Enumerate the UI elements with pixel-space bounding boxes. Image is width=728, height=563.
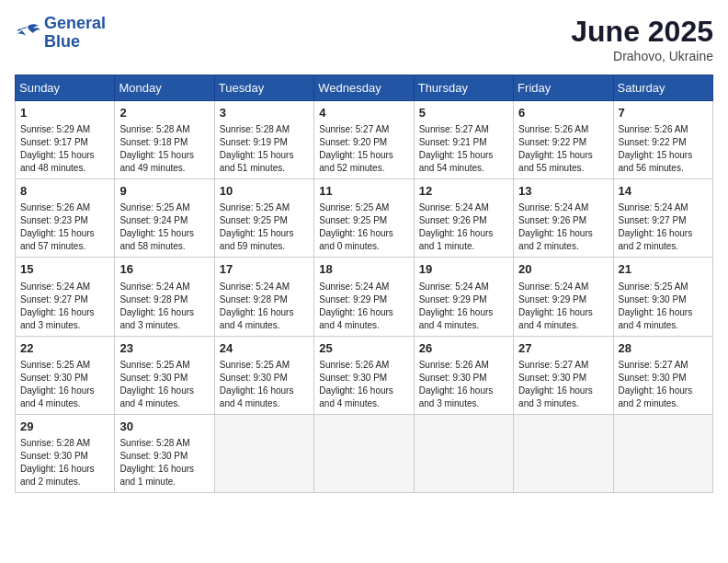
calendar-week-row: 22Sunrise: 5:25 AM Sunset: 9:30 PM Dayli… — [16, 336, 713, 414]
calendar-day-cell — [514, 414, 613, 492]
calendar-day-cell: 13Sunrise: 5:24 AM Sunset: 9:26 PM Dayli… — [514, 179, 613, 258]
day-number: 16 — [119, 261, 209, 278]
day-info: Sunrise: 5:29 AM Sunset: 9:17 PM Dayligh… — [20, 123, 109, 175]
day-number: 28 — [619, 340, 708, 357]
day-number: 2 — [119, 105, 209, 121]
day-info: Sunrise: 5:24 AM Sunset: 9:29 PM Dayligh… — [518, 281, 608, 332]
day-info: Sunrise: 5:25 AM Sunset: 9:30 PM Dayligh… — [119, 359, 209, 410]
calendar-day-cell: 4Sunrise: 5:27 AM Sunset: 9:20 PM Daylig… — [314, 101, 414, 179]
calendar-day-cell: 8Sunrise: 5:26 AM Sunset: 9:23 PM Daylig… — [16, 179, 115, 258]
day-info: Sunrise: 5:28 AM Sunset: 9:30 PM Dayligh… — [20, 437, 109, 488]
day-info: Sunrise: 5:25 AM Sunset: 9:30 PM Dayligh… — [220, 359, 309, 410]
day-number: 4 — [319, 105, 408, 121]
weekday-header: Wednesday — [314, 75, 414, 101]
calendar-day-cell — [414, 414, 513, 492]
day-number: 23 — [119, 340, 209, 357]
day-number: 12 — [419, 183, 508, 200]
logo: General Blue — [15, 15, 106, 52]
day-info: Sunrise: 5:25 AM Sunset: 9:25 PM Dayligh… — [319, 201, 408, 253]
day-info: Sunrise: 5:26 AM Sunset: 9:22 PM Dayligh… — [619, 123, 708, 175]
day-info: Sunrise: 5:27 AM Sunset: 9:20 PM Dayligh… — [319, 123, 408, 175]
day-info: Sunrise: 5:24 AM Sunset: 9:29 PM Dayligh… — [319, 281, 408, 332]
weekday-header: Tuesday — [214, 75, 313, 101]
day-info: Sunrise: 5:25 AM Sunset: 9:24 PM Dayligh… — [119, 201, 209, 253]
day-number: 24 — [220, 340, 309, 357]
calendar-day-cell: 9Sunrise: 5:25 AM Sunset: 9:24 PM Daylig… — [115, 179, 214, 258]
calendar-day-cell: 18Sunrise: 5:24 AM Sunset: 9:29 PM Dayli… — [314, 258, 414, 336]
calendar-day-cell: 7Sunrise: 5:26 AM Sunset: 9:22 PM Daylig… — [613, 101, 712, 179]
calendar-day-cell: 29Sunrise: 5:28 AM Sunset: 9:30 PM Dayli… — [16, 414, 115, 492]
day-info: Sunrise: 5:26 AM Sunset: 9:23 PM Dayligh… — [20, 201, 109, 253]
calendar-day-cell: 26Sunrise: 5:26 AM Sunset: 9:30 PM Dayli… — [414, 336, 513, 414]
day-info: Sunrise: 5:27 AM Sunset: 9:21 PM Dayligh… — [419, 123, 508, 175]
day-number: 21 — [619, 261, 708, 278]
calendar-day-cell: 3Sunrise: 5:28 AM Sunset: 9:19 PM Daylig… — [214, 101, 313, 179]
day-number: 7 — [619, 105, 708, 121]
calendar-week-row: 1Sunrise: 5:29 AM Sunset: 9:17 PM Daylig… — [16, 101, 713, 179]
calendar-day-cell — [214, 414, 313, 492]
location: Drahovo, Ukraine — [571, 49, 713, 63]
day-info: Sunrise: 5:24 AM Sunset: 9:28 PM Dayligh… — [220, 281, 309, 332]
day-number: 25 — [319, 340, 408, 357]
calendar-day-cell: 15Sunrise: 5:24 AM Sunset: 9:27 PM Dayli… — [16, 258, 115, 336]
calendar-day-cell: 6Sunrise: 5:26 AM Sunset: 9:22 PM Daylig… — [514, 101, 613, 179]
page-header: General Blue June 2025 Drahovo, Ukraine — [15, 15, 713, 63]
logo-text: General Blue — [44, 15, 106, 52]
day-number: 5 — [419, 105, 508, 121]
calendar-day-cell: 1Sunrise: 5:29 AM Sunset: 9:17 PM Daylig… — [16, 101, 115, 179]
calendar-day-cell: 12Sunrise: 5:24 AM Sunset: 9:26 PM Dayli… — [414, 179, 513, 258]
day-number: 11 — [319, 183, 408, 200]
day-number: 19 — [419, 261, 508, 278]
day-number: 30 — [119, 419, 209, 435]
day-info: Sunrise: 5:24 AM Sunset: 9:27 PM Dayligh… — [20, 281, 109, 332]
day-info: Sunrise: 5:25 AM Sunset: 9:30 PM Dayligh… — [20, 359, 109, 410]
calendar-day-cell: 22Sunrise: 5:25 AM Sunset: 9:30 PM Dayli… — [16, 336, 115, 414]
day-info: Sunrise: 5:25 AM Sunset: 9:25 PM Dayligh… — [220, 201, 309, 253]
day-number: 27 — [518, 340, 608, 357]
day-info: Sunrise: 5:26 AM Sunset: 9:30 PM Dayligh… — [319, 359, 408, 410]
day-number: 13 — [518, 183, 608, 200]
day-info: Sunrise: 5:24 AM Sunset: 9:29 PM Dayligh… — [419, 281, 508, 332]
day-number: 10 — [220, 183, 309, 200]
calendar-table: SundayMondayTuesdayWednesdayThursdayFrid… — [15, 75, 713, 493]
day-info: Sunrise: 5:24 AM Sunset: 9:28 PM Dayligh… — [119, 281, 209, 332]
calendar-day-cell: 30Sunrise: 5:28 AM Sunset: 9:30 PM Dayli… — [115, 414, 214, 492]
calendar-day-cell: 2Sunrise: 5:28 AM Sunset: 9:18 PM Daylig… — [115, 101, 214, 179]
calendar-day-cell: 23Sunrise: 5:25 AM Sunset: 9:30 PM Dayli… — [115, 336, 214, 414]
day-number: 14 — [619, 183, 708, 200]
weekday-header: Monday — [115, 75, 214, 101]
day-number: 17 — [220, 261, 309, 278]
day-number: 26 — [419, 340, 508, 357]
calendar-day-cell: 25Sunrise: 5:26 AM Sunset: 9:30 PM Dayli… — [314, 336, 414, 414]
weekday-header: Sunday — [16, 75, 115, 101]
calendar-day-cell: 21Sunrise: 5:25 AM Sunset: 9:30 PM Dayli… — [613, 258, 712, 336]
calendar-day-cell: 17Sunrise: 5:24 AM Sunset: 9:28 PM Dayli… — [214, 258, 313, 336]
calendar-day-cell: 27Sunrise: 5:27 AM Sunset: 9:30 PM Dayli… — [514, 336, 613, 414]
calendar-header-row: SundayMondayTuesdayWednesdayThursdayFrid… — [16, 75, 713, 101]
calendar-day-cell: 24Sunrise: 5:25 AM Sunset: 9:30 PM Dayli… — [214, 336, 313, 414]
calendar-day-cell: 16Sunrise: 5:24 AM Sunset: 9:28 PM Dayli… — [115, 258, 214, 336]
calendar-day-cell: 5Sunrise: 5:27 AM Sunset: 9:21 PM Daylig… — [414, 101, 513, 179]
day-number: 3 — [220, 105, 309, 121]
calendar-day-cell: 28Sunrise: 5:27 AM Sunset: 9:30 PM Dayli… — [613, 336, 712, 414]
calendar-week-row: 15Sunrise: 5:24 AM Sunset: 9:27 PM Dayli… — [16, 258, 713, 336]
day-info: Sunrise: 5:27 AM Sunset: 9:30 PM Dayligh… — [518, 359, 608, 410]
day-info: Sunrise: 5:26 AM Sunset: 9:22 PM Dayligh… — [518, 123, 608, 175]
calendar-day-cell: 19Sunrise: 5:24 AM Sunset: 9:29 PM Dayli… — [414, 258, 513, 336]
day-info: Sunrise: 5:27 AM Sunset: 9:30 PM Dayligh… — [619, 359, 708, 410]
day-number: 29 — [20, 419, 109, 435]
day-info: Sunrise: 5:24 AM Sunset: 9:27 PM Dayligh… — [619, 201, 708, 253]
day-number: 8 — [20, 183, 109, 200]
calendar-week-row: 8Sunrise: 5:26 AM Sunset: 9:23 PM Daylig… — [16, 179, 713, 258]
day-info: Sunrise: 5:24 AM Sunset: 9:26 PM Dayligh… — [518, 201, 608, 253]
calendar-day-cell: 10Sunrise: 5:25 AM Sunset: 9:25 PM Dayli… — [214, 179, 313, 258]
weekday-header: Saturday — [613, 75, 712, 101]
weekday-header: Friday — [514, 75, 613, 101]
day-info: Sunrise: 5:28 AM Sunset: 9:30 PM Dayligh… — [119, 437, 209, 488]
day-number: 6 — [518, 105, 608, 121]
logo-icon — [15, 23, 40, 43]
day-info: Sunrise: 5:28 AM Sunset: 9:19 PM Dayligh… — [220, 123, 309, 175]
day-number: 20 — [518, 261, 608, 278]
day-info: Sunrise: 5:24 AM Sunset: 9:26 PM Dayligh… — [419, 201, 508, 253]
calendar-day-cell: 14Sunrise: 5:24 AM Sunset: 9:27 PM Dayli… — [613, 179, 712, 258]
